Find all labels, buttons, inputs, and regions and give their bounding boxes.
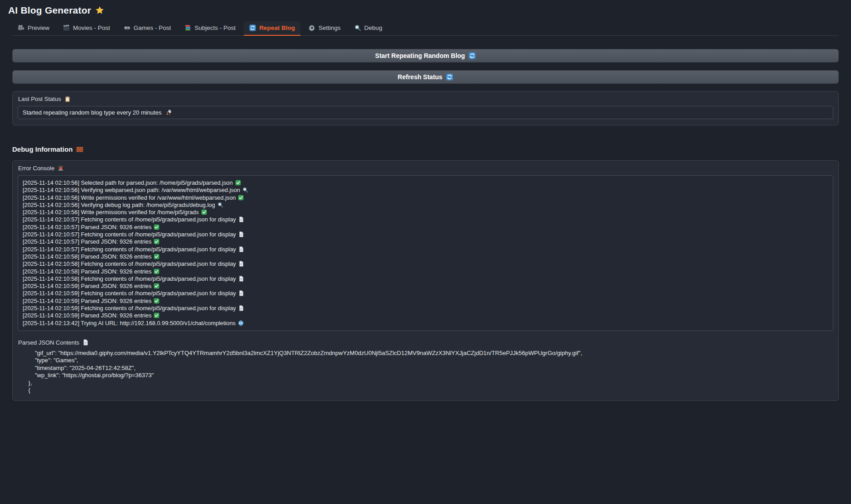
page-icon — [238, 216, 244, 222]
error-console-label: Error Console — [18, 165, 833, 172]
log-text: [2025-11-14 02:10:57] Fetching contents … — [23, 231, 236, 238]
check-icon — [154, 254, 160, 259]
json-line: "type": "Games", — [22, 357, 833, 365]
json-line: }, — [22, 379, 833, 387]
siren-icon — [58, 165, 64, 172]
json-line: "timestamp": "2025-04-26T12:42:58Z", — [22, 365, 833, 372]
log-line: [2025-11-14 02:10:59] Parsed JSON: 9326 … — [23, 283, 828, 290]
tab-movies-post[interactable]: Movies - Post — [58, 21, 116, 36]
debug-information-heading: Debug Information — [12, 145, 839, 153]
tab-games-post[interactable]: Games - Post — [118, 21, 177, 36]
last-post-status-label: Last Post Status — [18, 96, 833, 102]
rocket-icon — [165, 109, 172, 115]
gear-icon — [309, 24, 315, 31]
tab-debug[interactable]: Debug — [349, 21, 388, 36]
log-text: [2025-11-14 02:10:57] Fetching contents … — [23, 216, 236, 223]
tab-settings[interactable]: Settings — [303, 21, 346, 36]
log-text: [2025-11-14 02:10:58] Fetching contents … — [23, 260, 236, 267]
log-text: [2025-11-14 02:13:42] Trying AI URL: htt… — [23, 320, 236, 326]
check-icon — [154, 239, 160, 245]
game-controller-icon — [124, 24, 131, 31]
log-text: [2025-11-14 02:10:57] Parsed JSON: 9326 … — [23, 224, 151, 230]
log-text: [2025-11-14 02:10:56] Verifying webparse… — [23, 187, 240, 193]
tab-bar: Preview Movies - Post Games - Post Subje… — [12, 21, 839, 36]
log-text: [2025-11-14 02:10:56] Verifying debug lo… — [23, 202, 215, 208]
magnifier-icon — [218, 202, 223, 208]
tab-label: Games - Post — [134, 24, 171, 31]
page-icon — [238, 231, 244, 237]
tab-preview[interactable]: Preview — [12, 21, 55, 36]
status-text: Started repeating random blog type every… — [23, 109, 161, 116]
tab-label: Settings — [319, 24, 341, 31]
page-icon — [238, 261, 244, 267]
repeat-blog-tab-content: Start Repeating Random Blog Refresh Stat… — [0, 49, 851, 401]
debug-information-panel: Error Console [2025-11-14 02:10:56] Sele… — [12, 160, 839, 401]
log-text: [2025-11-14 02:10:59] Parsed JSON: 9326 … — [23, 298, 151, 304]
movie-camera-icon — [18, 24, 24, 31]
json-line: { — [22, 387, 833, 394]
log-line: [2025-11-14 02:10:59] Parsed JSON: 9326 … — [23, 298, 828, 305]
check-icon — [154, 283, 160, 289]
log-line: [2025-11-14 02:10:59] Parsed JSON: 9326 … — [23, 312, 828, 319]
tab-label: Repeat Blog — [259, 24, 295, 31]
log-text: [2025-11-14 02:10:58] Parsed JSON: 9326 … — [23, 268, 151, 275]
log-line: [2025-11-14 02:10:56] Verifying webparse… — [23, 187, 828, 194]
refresh-status-button[interactable]: Refresh Status — [12, 70, 839, 84]
parsed-json-contents: "gif_url": "https://media0.giphy.com/med… — [22, 350, 833, 394]
check-icon — [235, 180, 241, 186]
last-post-status-value: Started repeating random blog type every… — [18, 106, 833, 119]
tab-label: Debug — [364, 24, 382, 31]
refresh-icon — [469, 52, 476, 59]
log-line: [2025-11-14 02:10:59] Fetching contents … — [23, 290, 828, 297]
log-line: [2025-11-14 02:13:42] Trying AI URL: htt… — [23, 320, 828, 327]
check-icon — [154, 224, 160, 230]
tab-repeat-blog[interactable]: Repeat Blog — [244, 21, 300, 36]
log-line: [2025-11-14 02:10:59] Fetching contents … — [23, 305, 828, 312]
page-icon — [238, 276, 244, 282]
log-text: [2025-11-14 02:10:57] Parsed JSON: 9326 … — [23, 238, 151, 245]
log-line: [2025-11-14 02:10:57] Fetching contents … — [23, 246, 828, 253]
check-icon — [238, 195, 244, 201]
globe-icon — [238, 320, 244, 326]
log-line: [2025-11-14 02:10:57] Parsed JSON: 9326 … — [23, 238, 828, 245]
log-text: [2025-11-14 02:10:56] Write permissions … — [23, 209, 199, 216]
books-icon — [184, 24, 191, 31]
button-label: Start Repeating Random Blog — [375, 52, 465, 59]
log-line: [2025-11-14 02:10:58] Fetching contents … — [23, 275, 828, 283]
page-icon — [238, 246, 244, 252]
json-line: "gif_url": "https://media0.giphy.com/med… — [22, 350, 833, 357]
page-icon — [82, 339, 89, 346]
log-line: [2025-11-14 02:10:56] Selected path for … — [23, 179, 828, 187]
log-line: [2025-11-14 02:10:57] Fetching contents … — [23, 216, 828, 223]
start-repeating-random-blog-button[interactable]: Start Repeating Random Blog — [12, 49, 839, 62]
glowing-star-icon — [95, 6, 104, 15]
log-text: [2025-11-14 02:10:57] Fetching contents … — [23, 246, 236, 253]
refresh-icon — [446, 73, 453, 81]
parsed-json-contents-label: Parsed JSON Contents — [18, 339, 833, 346]
log-line: [2025-11-14 02:10:58] Parsed JSON: 9326 … — [23, 253, 828, 260]
clapper-board-icon — [63, 24, 70, 31]
check-icon — [154, 312, 160, 318]
tab-label: Preview — [28, 24, 49, 31]
page-title: AI Blog Generator — [0, 0, 851, 20]
tab-subjects-post[interactable]: Subjects - Post — [179, 21, 241, 36]
tab-label: Movies - Post — [73, 24, 110, 31]
error-console-log: [2025-11-14 02:10:56] Selected path for … — [18, 175, 833, 331]
log-text: [2025-11-14 02:10:59] Parsed JSON: 9326 … — [23, 312, 151, 319]
json-line: "wp_link": "https://ghostai.pro/blog/?p=… — [22, 372, 833, 379]
bricks-icon — [76, 146, 83, 153]
tab-label: Subjects - Post — [194, 24, 236, 31]
log-text: [2025-11-14 02:10:59] Fetching contents … — [23, 305, 236, 312]
log-line: [2025-11-14 02:10:56] Verifying debug lo… — [23, 202, 828, 209]
check-icon — [154, 269, 160, 274]
refresh-icon — [249, 24, 256, 31]
check-icon — [201, 209, 207, 215]
log-line: [2025-11-14 02:10:56] Write permissions … — [23, 209, 828, 216]
magnifier-icon — [242, 187, 248, 193]
log-text: [2025-11-14 02:10:58] Parsed JSON: 9326 … — [23, 253, 151, 260]
log-line: [2025-11-14 02:10:57] Parsed JSON: 9326 … — [23, 224, 828, 231]
page-icon — [238, 305, 244, 311]
log-line: [2025-11-14 02:10:58] Parsed JSON: 9326 … — [23, 268, 828, 275]
log-line: [2025-11-14 02:10:56] Write permissions … — [23, 194, 828, 202]
log-text: [2025-11-14 02:10:59] Fetching contents … — [23, 290, 236, 297]
